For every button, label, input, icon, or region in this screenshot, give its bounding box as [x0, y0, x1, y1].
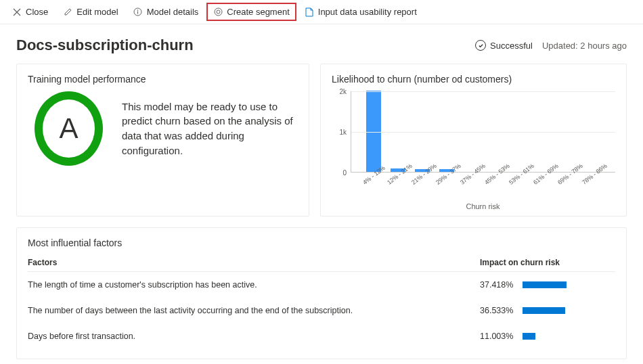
y-tick: 2k	[339, 88, 347, 95]
col-header-impact: Impact on churn risk	[480, 258, 615, 267]
target-icon	[213, 7, 223, 17]
impact-bar-wrap	[523, 281, 583, 288]
factors-table-body: The length of time a customer's subscrip…	[28, 272, 615, 349]
factor-label: The number of days between the last acti…	[28, 306, 480, 315]
edit-model-button[interactable]: Edit model	[56, 3, 125, 21]
table-row: Days before first transaction. 11.003%	[28, 323, 615, 349]
perf-description: This model may be ready to use to predic…	[122, 99, 298, 158]
grade-letter: A	[59, 112, 78, 145]
create-segment-button[interactable]: Create segment	[206, 3, 296, 21]
page-title: Docs-subscription-churn	[16, 37, 194, 54]
churn-chart-card: Likelihood to churn (number od customers…	[320, 64, 627, 217]
pencil-icon	[63, 7, 72, 17]
impact-cell: 11.003%	[480, 332, 615, 341]
command-bar: Close Edit model Model details Create se…	[0, 0, 643, 24]
x-axis-title: Churn risk	[351, 202, 615, 210]
info-icon	[133, 7, 143, 17]
x-tick-label: 21% - 29%	[410, 171, 426, 185]
usability-report-label: Input data usability report	[318, 7, 417, 17]
close-icon	[12, 7, 22, 17]
model-details-button[interactable]: Model details	[127, 3, 206, 21]
grade-circle: A	[35, 91, 103, 166]
x-tick-label: 45% - 53%	[483, 171, 499, 185]
impact-cell: 36.533%	[480, 306, 615, 315]
close-label: Close	[26, 7, 48, 17]
perf-card-title: Training model performance	[28, 74, 298, 85]
y-axis: 2k 1k 0	[332, 91, 348, 173]
svg-rect-2	[137, 12, 138, 14]
x-tick-label: 12% - 21%	[386, 171, 401, 185]
edit-model-label: Edit model	[76, 7, 118, 17]
page-header: Docs-subscription-churn Successful Updat…	[0, 24, 643, 64]
x-tick-label: 69% - 78%	[556, 171, 572, 185]
create-segment-label: Create segment	[227, 7, 290, 17]
impact-percent: 11.003%	[480, 332, 513, 341]
factors-table-header: Factors Impact on churn risk	[28, 258, 615, 272]
usability-report-button[interactable]: Input data usability report	[298, 3, 424, 21]
table-row: The number of days between the last acti…	[28, 298, 615, 323]
impact-percent: 36.533%	[480, 306, 513, 315]
y-tick: 0	[342, 169, 347, 177]
factor-label: The length of time a customer's subscrip…	[28, 280, 480, 290]
svg-point-4	[217, 10, 220, 14]
training-performance-card: Training model performance A This model …	[16, 64, 309, 217]
updated-text: Updated: 2 hours ago	[542, 41, 627, 51]
status-badge: Successful	[475, 40, 533, 51]
impact-percent: 37.418%	[480, 280, 513, 290]
document-icon	[305, 7, 314, 17]
x-axis-labels: 4% - 12%12% - 21%21% - 29%29% - 37%37% -…	[351, 175, 615, 182]
x-tick-label: 4% - 12%	[361, 171, 377, 185]
impact-bar	[523, 307, 565, 314]
status-text: Successful	[490, 41, 533, 51]
svg-point-1	[137, 9, 139, 11]
impact-bar-wrap	[523, 333, 583, 340]
impact-cell: 37.418%	[480, 280, 615, 290]
impact-bar	[523, 281, 567, 288]
close-button[interactable]: Close	[5, 3, 55, 21]
impact-bar	[523, 333, 535, 340]
svg-point-3	[215, 8, 222, 16]
col-header-factor: Factors	[28, 258, 480, 267]
x-tick-label: 61% - 69%	[532, 171, 548, 185]
x-tick-label: 78% - 86%	[581, 171, 596, 185]
model-details-label: Model details	[147, 7, 199, 17]
chart-title: Likelihood to churn (number od customers…	[332, 74, 615, 85]
table-row: The length of time a customer's subscrip…	[28, 272, 615, 298]
factor-label: Days before first transaction.	[28, 332, 480, 341]
factors-title: Most influential factors	[28, 237, 615, 248]
x-tick-label: 37% - 45%	[459, 171, 474, 185]
y-tick: 1k	[339, 129, 347, 136]
influential-factors-card: Most influential factors Factors Impact …	[16, 227, 627, 359]
x-tick-label: 29% - 37%	[435, 171, 450, 185]
chart-plot	[351, 91, 615, 173]
impact-bar-wrap	[523, 307, 583, 314]
chart-area: 2k 1k 0 4% - 12%12% - 21%21% - 29%29% - …	[332, 91, 615, 206]
x-tick-label: 53% - 61%	[508, 171, 523, 185]
check-circle-icon	[475, 40, 486, 51]
header-status: Successful Updated: 2 hours ago	[475, 40, 627, 51]
